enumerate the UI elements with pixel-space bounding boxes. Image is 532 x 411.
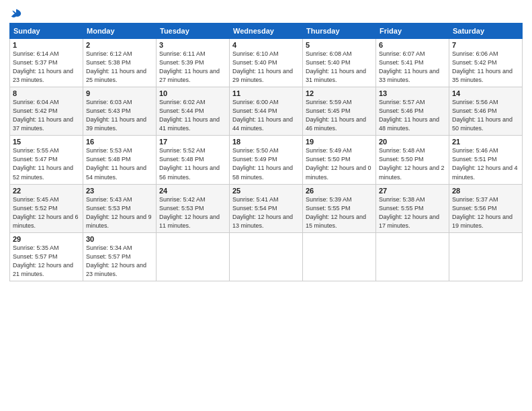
daylight-label: Daylight: 11 hours and 39 minutes. bbox=[86, 116, 146, 132]
day-number: 3 bbox=[159, 41, 226, 49]
day-number: 5 bbox=[306, 41, 373, 49]
sunrise-label: Sunrise: 5:42 AM bbox=[159, 196, 206, 203]
sunrise-label: Sunrise: 6:06 AM bbox=[452, 50, 498, 57]
sunrise-label: Sunrise: 6:11 AM bbox=[159, 50, 206, 57]
sunrise-label: Sunrise: 5:57 AM bbox=[379, 99, 425, 105]
calendar-cell bbox=[449, 232, 523, 281]
sunset-label: Sunset: 5:39 PM bbox=[159, 59, 204, 66]
calendar-day-header: Saturday bbox=[449, 24, 523, 39]
page: SundayMondayTuesdayWednesdayThursdayFrid… bbox=[0, 0, 532, 411]
calendar-cell: 11 Sunrise: 6:00 AM Sunset: 5:44 PM Dayl… bbox=[230, 87, 303, 136]
day-info: Sunrise: 5:42 AM Sunset: 5:53 PM Dayligh… bbox=[159, 195, 226, 230]
calendar-day-header: Tuesday bbox=[157, 24, 230, 39]
sunset-label: Sunset: 5:53 PM bbox=[159, 205, 204, 212]
daylight-label: Daylight: 11 hours and 33 minutes. bbox=[379, 68, 439, 83]
sunset-label: Sunset: 5:50 PM bbox=[379, 156, 424, 163]
calendar-cell: 4 Sunrise: 6:10 AM Sunset: 5:40 PM Dayli… bbox=[230, 39, 303, 87]
sunset-label: Sunset: 5:40 PM bbox=[306, 59, 351, 66]
calendar-cell: 28 Sunrise: 5:37 AM Sunset: 5:56 PM Dayl… bbox=[449, 184, 523, 232]
day-number: 28 bbox=[452, 187, 519, 195]
day-number: 17 bbox=[159, 138, 226, 146]
daylight-label: Daylight: 11 hours and 27 minutes. bbox=[159, 68, 220, 83]
sunrise-label: Sunrise: 5:41 AM bbox=[232, 196, 279, 203]
sunrise-label: Sunrise: 5:52 AM bbox=[159, 147, 206, 154]
calendar-cell bbox=[230, 232, 303, 281]
day-info: Sunrise: 6:11 AM Sunset: 5:39 PM Dayligh… bbox=[159, 50, 226, 85]
day-number: 6 bbox=[379, 41, 446, 49]
daylight-label: Daylight: 11 hours and 31 minutes. bbox=[306, 68, 366, 83]
calendar-cell: 27 Sunrise: 5:38 AM Sunset: 5:55 PM Dayl… bbox=[376, 184, 449, 232]
sunrise-label: Sunrise: 6:07 AM bbox=[379, 50, 425, 57]
day-info: Sunrise: 5:53 AM Sunset: 5:48 PM Dayligh… bbox=[86, 146, 153, 181]
day-info: Sunrise: 5:41 AM Sunset: 5:54 PM Dayligh… bbox=[232, 195, 300, 230]
day-number: 29 bbox=[13, 235, 80, 243]
day-number: 25 bbox=[232, 187, 300, 195]
day-number: 23 bbox=[86, 187, 153, 195]
sunset-label: Sunset: 5:37 PM bbox=[13, 59, 58, 66]
day-number: 22 bbox=[13, 187, 80, 195]
day-info: Sunrise: 5:35 AM Sunset: 5:57 PM Dayligh… bbox=[13, 244, 80, 279]
sunset-label: Sunset: 5:47 PM bbox=[13, 156, 58, 163]
sunrise-label: Sunrise: 5:59 AM bbox=[306, 99, 352, 105]
logo bbox=[9, 9, 22, 19]
calendar-cell: 12 Sunrise: 5:59 AM Sunset: 5:45 PM Dayl… bbox=[303, 87, 376, 136]
calendar-cell: 26 Sunrise: 5:39 AM Sunset: 5:55 PM Dayl… bbox=[303, 184, 376, 232]
sunset-label: Sunset: 5:42 PM bbox=[452, 59, 497, 66]
day-number: 19 bbox=[306, 138, 373, 146]
day-info: Sunrise: 5:56 AM Sunset: 5:46 PM Dayligh… bbox=[452, 98, 519, 133]
day-number: 8 bbox=[13, 89, 80, 97]
calendar-cell bbox=[303, 232, 376, 281]
calendar-cell: 1 Sunrise: 6:14 AM Sunset: 5:37 PM Dayli… bbox=[10, 39, 83, 87]
day-info: Sunrise: 5:38 AM Sunset: 5:55 PM Dayligh… bbox=[379, 195, 446, 230]
day-number: 10 bbox=[159, 89, 226, 97]
sunrise-label: Sunrise: 6:04 AM bbox=[13, 99, 59, 105]
calendar-cell: 30 Sunrise: 5:34 AM Sunset: 5:57 PM Dayl… bbox=[83, 232, 157, 281]
daylight-label: Daylight: 12 hours and 9 minutes. bbox=[86, 214, 152, 229]
daylight-label: Daylight: 11 hours and 52 minutes. bbox=[13, 165, 73, 180]
logo-bird-icon bbox=[10, 8, 22, 20]
daylight-label: Daylight: 12 hours and 6 minutes. bbox=[13, 214, 79, 229]
day-info: Sunrise: 5:52 AM Sunset: 5:48 PM Dayligh… bbox=[159, 146, 226, 181]
calendar-cell: 15 Sunrise: 5:55 AM Sunset: 5:47 PM Dayl… bbox=[10, 136, 83, 184]
sunrise-label: Sunrise: 5:46 AM bbox=[452, 147, 498, 154]
day-number: 26 bbox=[306, 187, 373, 195]
sunset-label: Sunset: 5:46 PM bbox=[379, 107, 424, 114]
calendar-cell: 16 Sunrise: 5:53 AM Sunset: 5:48 PM Dayl… bbox=[83, 136, 157, 184]
sunset-label: Sunset: 5:48 PM bbox=[86, 156, 131, 163]
sunrise-label: Sunrise: 6:14 AM bbox=[13, 50, 59, 57]
sunrise-label: Sunrise: 6:08 AM bbox=[306, 50, 352, 57]
calendar-cell: 6 Sunrise: 6:07 AM Sunset: 5:41 PM Dayli… bbox=[376, 39, 449, 87]
daylight-label: Daylight: 12 hours and 4 minutes. bbox=[452, 165, 518, 180]
calendar-cell: 20 Sunrise: 5:48 AM Sunset: 5:50 PM Dayl… bbox=[376, 136, 449, 184]
day-info: Sunrise: 5:48 AM Sunset: 5:50 PM Dayligh… bbox=[379, 146, 446, 181]
daylight-label: Daylight: 11 hours and 48 minutes. bbox=[379, 116, 439, 132]
sunset-label: Sunset: 5:57 PM bbox=[13, 253, 58, 260]
sunset-label: Sunset: 5:55 PM bbox=[379, 205, 424, 212]
calendar-cell: 2 Sunrise: 6:12 AM Sunset: 5:38 PM Dayli… bbox=[83, 39, 157, 87]
daylight-label: Daylight: 12 hours and 17 minutes. bbox=[379, 214, 439, 229]
calendar-cell: 18 Sunrise: 5:50 AM Sunset: 5:49 PM Dayl… bbox=[230, 136, 303, 184]
daylight-label: Daylight: 11 hours and 58 minutes. bbox=[232, 165, 293, 180]
sunset-label: Sunset: 5:48 PM bbox=[159, 156, 204, 163]
calendar-cell bbox=[157, 232, 230, 281]
day-number: 18 bbox=[232, 138, 300, 146]
day-number: 16 bbox=[86, 138, 153, 146]
daylight-label: Daylight: 11 hours and 50 minutes. bbox=[452, 116, 513, 132]
day-info: Sunrise: 5:39 AM Sunset: 5:55 PM Dayligh… bbox=[306, 195, 373, 230]
day-number: 13 bbox=[379, 89, 446, 97]
day-number: 15 bbox=[13, 138, 80, 146]
day-info: Sunrise: 5:37 AM Sunset: 5:56 PM Dayligh… bbox=[452, 195, 519, 230]
calendar-day-header: Monday bbox=[83, 24, 157, 39]
calendar-cell: 5 Sunrise: 6:08 AM Sunset: 5:40 PM Dayli… bbox=[303, 39, 376, 87]
calendar-cell: 24 Sunrise: 5:42 AM Sunset: 5:53 PM Dayl… bbox=[157, 184, 230, 232]
day-number: 2 bbox=[86, 41, 153, 49]
sunrise-label: Sunrise: 6:12 AM bbox=[86, 50, 132, 57]
sunset-label: Sunset: 5:44 PM bbox=[159, 107, 204, 114]
sunrise-label: Sunrise: 5:34 AM bbox=[86, 244, 132, 251]
day-number: 9 bbox=[86, 89, 153, 97]
day-info: Sunrise: 6:10 AM Sunset: 5:40 PM Dayligh… bbox=[232, 50, 300, 85]
day-number: 27 bbox=[379, 187, 446, 195]
day-info: Sunrise: 6:06 AM Sunset: 5:42 PM Dayligh… bbox=[452, 50, 519, 85]
sunrise-label: Sunrise: 6:10 AM bbox=[232, 50, 279, 57]
sunset-label: Sunset: 5:38 PM bbox=[86, 59, 131, 66]
